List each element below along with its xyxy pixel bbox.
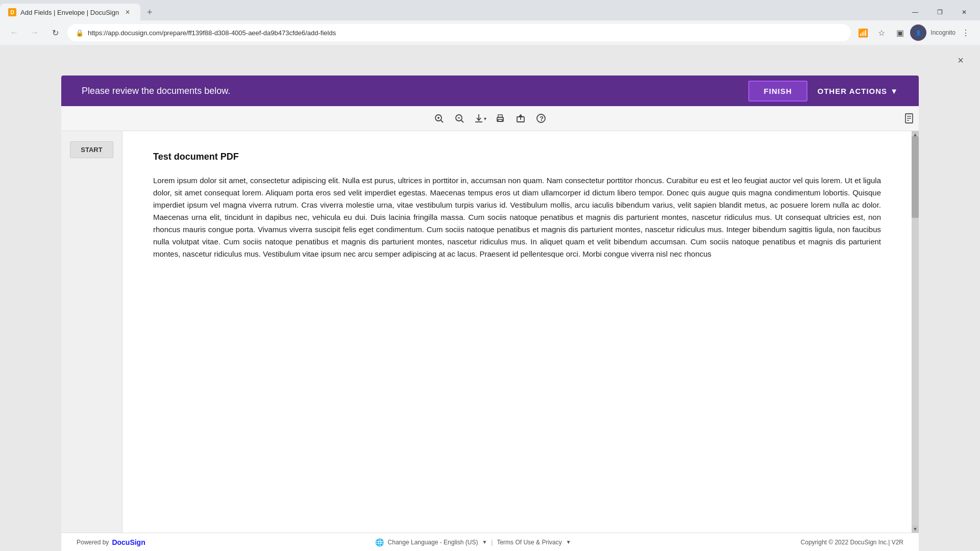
window-controls: — ❐ ✕ bbox=[903, 4, 980, 20]
tab-bar: D Add Fields | Envelope | DocuSign ✕ + —… bbox=[0, 0, 980, 20]
powered-by-text: Powered by bbox=[77, 539, 109, 546]
finish-button[interactable]: FINISH bbox=[748, 81, 807, 102]
profile-button[interactable]: 👤 bbox=[910, 24, 926, 41]
address-bar-row: ← → ↻ 🔒 https://app.docusign.com/prepare… bbox=[0, 20, 980, 45]
close-overlay-button[interactable]: × bbox=[951, 51, 970, 69]
docusign-logo: DocuSign bbox=[112, 538, 145, 546]
language-dropdown-arrow: ▼ bbox=[482, 539, 487, 545]
tab-title: Add Fields | Envelope | DocuSign bbox=[20, 9, 119, 16]
menu-button[interactable]: ⋮ bbox=[958, 24, 974, 41]
globe-icon: 🌐 bbox=[375, 538, 384, 546]
app-footer: Powered by DocuSign 🌐 Change Language - … bbox=[61, 533, 919, 551]
app-container: × Please review the documents below. FIN… bbox=[0, 45, 980, 551]
terms-link[interactable]: Terms Of Use & Privacy bbox=[497, 539, 561, 546]
maximize-button[interactable]: ❐ bbox=[928, 4, 951, 20]
other-actions-button[interactable]: OTHER ACTIONS ▼ bbox=[818, 87, 898, 95]
svg-rect-10 bbox=[498, 115, 502, 117]
svg-line-3 bbox=[441, 120, 443, 122]
browser-chrome: D Add Fields | Envelope | DocuSign ✕ + —… bbox=[0, 0, 980, 45]
print-button[interactable] bbox=[491, 109, 509, 128]
review-banner: Please review the documents below. FINIS… bbox=[61, 76, 919, 106]
lock-icon: 🔒 bbox=[76, 29, 84, 37]
zoom-in-button[interactable] bbox=[430, 109, 448, 128]
language-selector[interactable]: Change Language - English (US) bbox=[388, 539, 478, 546]
share-button[interactable] bbox=[511, 109, 530, 128]
svg-rect-11 bbox=[498, 119, 502, 121]
tab-close-button[interactable]: ✕ bbox=[123, 8, 132, 17]
start-button[interactable]: START bbox=[70, 141, 113, 158]
scrollbar-thumb[interactable] bbox=[912, 136, 919, 218]
scrollbar-down-arrow[interactable]: ▼ bbox=[912, 525, 919, 533]
document-body: Lorem ipsum dolor sit amet, consectetur … bbox=[153, 174, 881, 260]
forward-button[interactable]: → bbox=[27, 24, 43, 41]
scrollbar-track[interactable]: ▲ ▼ bbox=[912, 131, 919, 533]
back-button[interactable]: ← bbox=[6, 24, 22, 41]
tab-favicon: D bbox=[8, 8, 16, 16]
banner-message: Please review the documents below. bbox=[82, 86, 748, 96]
cast-icon[interactable]: 📶 bbox=[855, 24, 871, 41]
copyright-text: Copyright © 2022 DocuSign Inc.| V2R bbox=[801, 539, 903, 546]
other-actions-chevron-icon: ▼ bbox=[890, 87, 898, 95]
bookmark-icon[interactable]: ☆ bbox=[873, 24, 890, 41]
minimize-button[interactable]: — bbox=[903, 4, 927, 20]
url-text: https://app.docusign.com/prepare/ff139f8… bbox=[88, 29, 336, 37]
footer-center: 🌐 Change Language - English (US) ▼ | Ter… bbox=[375, 538, 571, 546]
svg-line-6 bbox=[461, 120, 463, 122]
incognito-label: Incognito bbox=[930, 29, 955, 36]
footer-right: Copyright © 2022 DocuSign Inc.| V2R bbox=[801, 539, 903, 546]
refresh-button[interactable]: ↻ bbox=[47, 24, 63, 41]
document-content: Test document PDF Lorem ipsum dolor sit … bbox=[122, 131, 912, 533]
document-title: Test document PDF bbox=[153, 152, 881, 162]
svg-text:?: ? bbox=[540, 115, 544, 122]
zoom-out-button[interactable] bbox=[450, 109, 469, 128]
other-actions-label: OTHER ACTIONS bbox=[818, 87, 888, 95]
active-tab[interactable]: D Add Fields | Envelope | DocuSign ✕ bbox=[0, 4, 140, 21]
help-button[interactable]: ? bbox=[532, 109, 550, 128]
terms-dropdown-arrow: ▼ bbox=[566, 539, 571, 545]
sidebar-toggle-icon[interactable]: ▣ bbox=[892, 24, 908, 41]
footer-separator-1: | bbox=[491, 539, 493, 546]
document-toolbar: ▾ ? bbox=[61, 106, 919, 131]
page-panel-button[interactable] bbox=[900, 109, 919, 128]
footer-left: Powered by DocuSign bbox=[77, 538, 145, 546]
download-button[interactable]: ▾ bbox=[471, 109, 489, 128]
address-bar[interactable]: 🔒 https://app.docusign.com/prepare/ff139… bbox=[67, 24, 851, 41]
close-window-button[interactable]: ✕ bbox=[952, 4, 976, 20]
new-tab-button[interactable]: + bbox=[142, 5, 157, 19]
address-bar-actions: 📶 ☆ ▣ 👤 Incognito ⋮ bbox=[855, 24, 974, 41]
document-sidebar: START bbox=[61, 131, 122, 533]
